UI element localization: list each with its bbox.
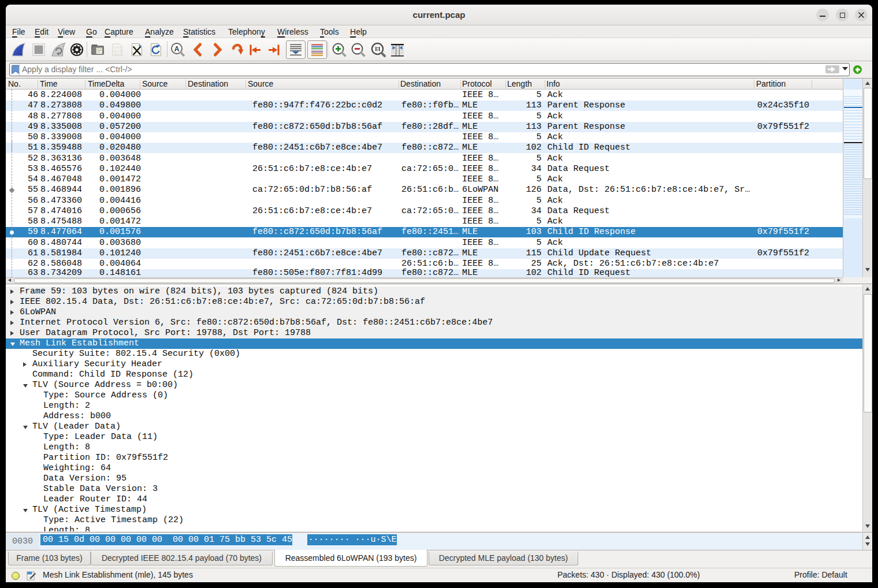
svg-text:A: A — [174, 45, 180, 53]
svg-text:0011: 0011 — [114, 52, 122, 56]
